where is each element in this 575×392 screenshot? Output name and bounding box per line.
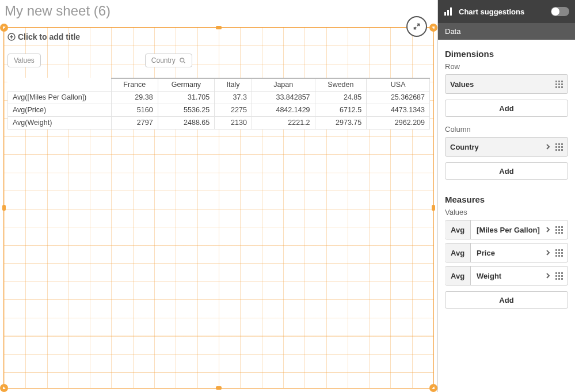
column-header[interactable]: USA [367,78,430,91]
drag-handle-icon[interactable] [555,143,563,151]
chart-suggestions-toggle[interactable] [551,7,569,16]
dimension-row-item[interactable]: Values [445,74,568,94]
cell[interactable]: 2973.75 [315,116,367,129]
cell[interactable]: 31.705 [158,91,215,104]
cell[interactable]: 2130 [215,116,252,129]
measure-name: [Miles Per Gallon] [477,226,545,234]
values-chip[interactable]: Values [7,54,41,67]
add-column-dimension-button[interactable]: Add [445,162,568,180]
cell[interactable]: 2962.209 [367,116,430,129]
properties-panel: Chart suggestions Data Dimensions Row Va… [437,0,575,392]
panel-section-data[interactable]: Data [438,23,575,40]
add-row-dimension-button[interactable]: Add [445,100,568,117]
svg-rect-2 [444,12,446,16]
drag-handle-icon[interactable] [555,226,563,234]
cell[interactable]: 25.362687 [367,91,430,104]
chevron-right-icon [545,272,551,280]
fullscreen-button[interactable] [406,16,427,37]
panel-header: Chart suggestions [438,0,575,23]
measure-name: Weight [477,272,545,280]
sheet-canvas: My new sheet (6) Click to add title [0,0,437,392]
dimensions-column-label: Column [445,125,568,134]
add-measure-button[interactable]: Add [445,291,568,309]
drag-handle-icon[interactable] [555,81,563,88]
dimensions-row-label: Row [445,62,568,71]
object-selection-frame[interactable]: Click to add title Values Country [3,27,434,389]
cell[interactable]: 24.85 [315,91,367,104]
measure-agg: Avg [445,220,471,239]
column-header[interactable]: Japan [252,78,315,91]
column-header[interactable]: Sweden [315,78,367,91]
column-header[interactable]: Germany [158,78,215,91]
chart-title-placeholder[interactable]: Click to add title [7,32,80,41]
chart-suggestions-icon [444,7,453,16]
measure-item[interactable]: AvgPrice [445,243,568,262]
cell[interactable]: 4842.1429 [252,104,315,116]
drag-handle-icon[interactable] [555,272,563,280]
svg-rect-3 [447,10,449,16]
measure-agg: Avg [445,243,471,262]
plus-icon [7,33,16,41]
chevron-right-icon [545,226,551,234]
cell[interactable]: 29.38 [112,91,158,104]
chevron-right-icon [545,249,551,257]
cell[interactable]: 33.842857 [252,91,315,104]
cell[interactable]: 4473.1343 [367,104,430,116]
cell[interactable]: 5160 [112,104,158,116]
panel-header-title: Chart suggestions [459,7,545,16]
column-header[interactable]: France [112,78,158,91]
table-row: Avg([Miles Per Gallon])29.3831.70537.333… [8,91,430,104]
measure-item[interactable]: Avg[Miles Per Gallon] [445,220,568,239]
row-label[interactable]: Avg(Weight) [8,116,112,129]
search-icon [179,57,186,64]
measure-agg: Avg [445,267,471,285]
dimension-column-item[interactable]: Country [445,137,568,157]
cell[interactable]: 37.3 [215,91,252,104]
country-chip[interactable]: Country [145,54,192,67]
table-row: Avg(Weight)27972488.6521302221.22973.752… [8,116,430,129]
measures-heading: Measures [445,195,568,204]
cell[interactable]: 5536.25 [158,104,215,116]
cell[interactable]: 6712.5 [315,104,367,116]
chart-title-placeholder-text: Click to add title [18,32,80,41]
cell[interactable]: 2488.65 [158,116,215,129]
measure-name: Price [477,249,545,257]
cell[interactable]: 2797 [112,116,158,129]
row-label[interactable]: Avg(Price) [8,104,112,116]
sheet-title[interactable]: My new sheet (6) [5,3,111,19]
measure-item[interactable]: AvgWeight [445,266,568,286]
measures-sub-label: Values [445,208,568,216]
cell[interactable]: 2221.2 [252,116,315,129]
cell[interactable]: 2275 [215,104,252,116]
drag-handle-icon[interactable] [555,249,563,257]
chevron-right-icon [545,143,551,151]
svg-point-1 [180,58,184,62]
table-row: Avg(Price)51605536.2522754842.14296712.5… [8,104,430,116]
column-header[interactable]: Italy [215,78,252,91]
row-label[interactable]: Avg([Miles Per Gallon]) [8,91,112,104]
expand-icon [413,22,421,31]
dimensions-heading: Dimensions [445,49,568,59]
svg-rect-4 [450,7,452,16]
pivot-table[interactable]: FranceGermanyItalyJapanSwedenUSA Avg([Mi… [7,78,430,130]
